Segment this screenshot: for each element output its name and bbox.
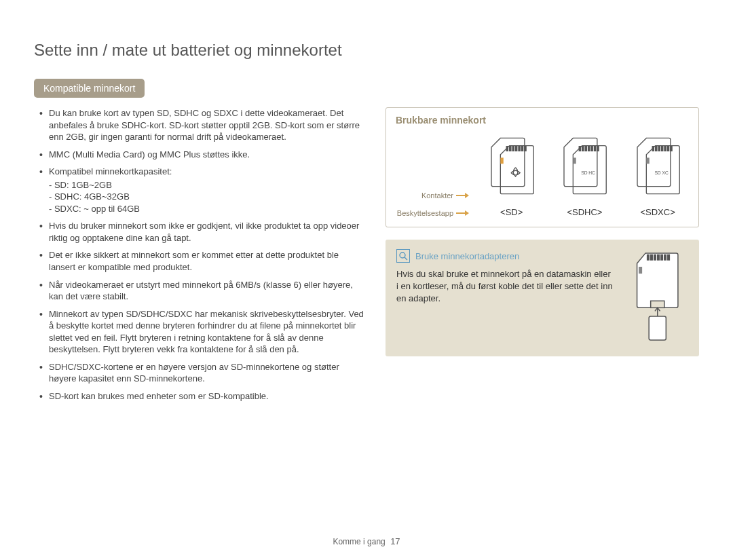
svg-line-27: [405, 257, 407, 260]
footer-section: Komme i gang: [333, 537, 385, 546]
bullet-list: Du kan bruke kort av typen SD, SDHC og S…: [34, 107, 366, 402]
contacts-annotation: Kontakter: [421, 191, 468, 200]
svg-rect-17: [652, 147, 654, 151]
svg-rect-31: [658, 255, 660, 260]
svg-rect-9: [582, 147, 584, 151]
sd-label: <SD>: [500, 207, 523, 217]
list-item-text: Det er ikke sikkert at minnekort som er …: [49, 250, 339, 272]
usable-cards-panel: Brukbare minnekort Kontakter Beskyttelse…: [386, 107, 699, 227]
svg-rect-11: [588, 147, 590, 151]
page-number: 17: [390, 536, 400, 546]
svg-text:SD XC: SD XC: [654, 170, 669, 175]
list-item-text: Du kan bruke kort av typen SD, SDHC og S…: [49, 108, 360, 142]
magnifier-icon: [396, 249, 410, 263]
svg-rect-10: [586, 147, 587, 151]
svg-rect-18: [656, 147, 657, 151]
svg-rect-1: [509, 147, 510, 151]
two-column-layout: Du kan bruke kort av typen SD, SDHC og S…: [34, 107, 699, 407]
annotation-column: Kontakter Beskyttelsestapp: [397, 187, 468, 217]
adapter-heading-row: Bruke minnekortadapteren: [396, 249, 615, 263]
sdhc-label: <SDHC>: [567, 207, 602, 217]
adapter-body-text: Hvis du skal bruke et minnekort på en da…: [396, 268, 615, 305]
list-item: Det er ikke sikkert at minnekort som er …: [49, 249, 366, 273]
adapter-card-icon: [628, 249, 688, 344]
page-title: Sette inn / mate ut batteriet og minneko…: [34, 41, 699, 60]
list-item: MMC (Multi Media Card) og MMC Plus støtt…: [49, 149, 366, 161]
adapter-text-column: Bruke minnekortadapteren Hvis du skal br…: [396, 249, 615, 305]
arrow-icon: [456, 195, 468, 196]
sdhc-card-icon: SD HC: [555, 135, 614, 203]
svg-rect-34: [668, 255, 670, 260]
svg-rect-35: [639, 267, 642, 274]
svg-text:SD HC: SD HC: [582, 170, 596, 175]
list-item-text: Minnekort av typen SD/SDHC/SDXC har meka…: [49, 309, 364, 355]
protect-tab-annotation: Beskyttelsestapp: [397, 209, 468, 217]
sd-card-figure: <SD>: [482, 135, 542, 217]
page-footer: Komme i gang 17: [0, 536, 733, 546]
svg-rect-32: [661, 255, 663, 260]
sdxc-card-figure: SD XC <SDXC>: [628, 135, 688, 217]
svg-rect-28: [647, 255, 650, 260]
svg-rect-3: [515, 147, 516, 151]
list-item: Hvis du bruker minnekort som ikke er god…: [49, 220, 366, 244]
section-heading-pill: Kompatible minnekort: [34, 79, 145, 98]
sub-list: - SD: 1GB~2GB - SDHC: 4GB~32GB - SDXC: ~…: [49, 179, 366, 215]
arrow-icon: [456, 212, 468, 214]
list-item-text: Når videokameraet er utstyrt med minneko…: [49, 280, 353, 302]
list-item: SD-kort kan brukes med enheter som er SD…: [49, 390, 366, 403]
list-item-text: Hvis du bruker minnekort som ikke er god…: [49, 221, 359, 243]
svg-rect-21: [664, 147, 666, 151]
list-item: Kompatibel minnekortkapasitet: - SD: 1GB…: [49, 166, 366, 214]
svg-rect-30: [654, 255, 656, 260]
list-item: SDHC/SDXC-kortene er en høyere versjon a…: [49, 361, 366, 385]
panel-heading: Brukbare minnekort: [386, 108, 698, 128]
svg-rect-5: [521, 147, 523, 151]
svg-rect-4: [519, 147, 520, 151]
svg-rect-13: [595, 147, 596, 151]
sub-list-item: - SDHC: 4GB~32GB: [49, 191, 366, 203]
svg-rect-36: [651, 301, 664, 307]
adapter-figure: [628, 249, 688, 347]
protect-tab-label: Beskyttelsestapp: [397, 209, 453, 217]
cards-row: Kontakter Beskyttelsestapp: [386, 128, 698, 227]
svg-rect-12: [591, 147, 593, 151]
adapter-info-box: Bruke minnekortadapteren Hvis du skal br…: [386, 240, 699, 356]
list-item: Når videokameraet er utstyrt med minneko…: [49, 279, 366, 303]
svg-rect-22: [668, 147, 669, 151]
left-column: Du kan bruke kort av typen SD, SDHC og S…: [34, 107, 366, 407]
adapter-title: Bruke minnekortadapteren: [415, 251, 519, 261]
svg-rect-7: [500, 157, 503, 164]
svg-point-26: [400, 253, 405, 258]
svg-rect-8: [580, 147, 581, 151]
list-item-text: SD-kort kan brukes med enheter som er SD…: [49, 391, 269, 401]
contacts-label: Kontakter: [421, 191, 453, 200]
list-item: Du kan bruke kort av typen SD, SDHC og S…: [49, 107, 366, 143]
sub-list-item: - SD: 1GB~2GB: [49, 179, 366, 191]
sdhc-card-figure: SD HC <SDHC>: [555, 135, 614, 217]
list-item-text: MMC (Multi Media Card) og MMC Plus støtt…: [49, 149, 250, 160]
svg-rect-29: [651, 255, 653, 260]
svg-rect-33: [664, 255, 666, 260]
list-item: Minnekort av typen SD/SDHC/SDXC har meka…: [49, 308, 366, 356]
sdxc-label: <SDXC>: [640, 207, 675, 217]
svg-rect-20: [662, 147, 663, 151]
right-column: Brukbare minnekort Kontakter Beskyttelse…: [386, 107, 699, 407]
list-item-text: Kompatibel minnekortkapasitet:: [49, 166, 172, 176]
svg-rect-15: [574, 157, 576, 164]
svg-rect-24: [646, 157, 649, 164]
sdxc-card-icon: SD XC: [628, 135, 688, 203]
svg-rect-19: [658, 147, 660, 151]
sd-card-icon: [482, 135, 542, 203]
svg-rect-2: [512, 147, 514, 151]
list-item-text: SDHC/SDXC-kortene er en høyere versjon a…: [49, 362, 339, 384]
svg-rect-0: [506, 147, 508, 151]
svg-rect-37: [649, 316, 666, 340]
sub-list-item: - SDXC: ~ opp til 64GB: [49, 203, 366, 215]
